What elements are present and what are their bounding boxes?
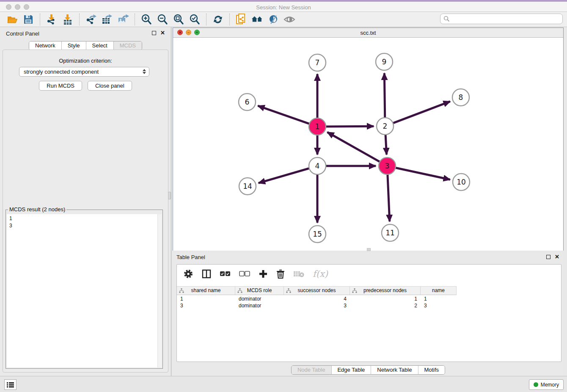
export-table-icon[interactable] (101, 14, 113, 25)
network-canvas[interactable]: 1234678910111415 (173, 38, 563, 251)
node-table: f(x) shared nameMCDS rolesuccessor nodes… (176, 264, 561, 362)
import-table-icon[interactable] (62, 14, 74, 25)
toolbar-separator (229, 14, 230, 25)
memory-button[interactable]: Memory (529, 379, 564, 390)
zoom-fit-icon[interactable] (173, 14, 184, 25)
table-settings-gear-icon[interactable] (183, 269, 193, 279)
table-row[interactable]: 1dominator411 (177, 295, 457, 302)
column-header-predecessor-nodes: predecessor nodes (363, 287, 407, 293)
edge-3-10[interactable] (391, 167, 450, 180)
run-mcds-button[interactable]: Run MCDS (39, 81, 82, 91)
cell-predecessor-nodes[interactable]: 2 (350, 302, 421, 309)
column-hierarchy-icon (237, 288, 242, 293)
edge-4-14[interactable] (259, 167, 314, 183)
node-label-4: 4 (315, 162, 320, 170)
cell-successor-nodes[interactable]: 4 (284, 295, 350, 302)
control-panel-title: Control Panel (6, 30, 39, 37)
result-line: 1 (9, 215, 159, 222)
node-label-15: 15 (313, 230, 322, 238)
show-column-panel-icon[interactable] (202, 269, 211, 279)
cell-mcds-role[interactable]: dominator (235, 295, 284, 302)
home-icon[interactable] (251, 14, 263, 25)
network-resize-handle[interactable] (367, 248, 371, 251)
edge-1-2[interactable] (321, 126, 374, 127)
unselect-all-columns-icon[interactable] (239, 271, 250, 277)
node-label-8: 8 (459, 93, 463, 102)
cell-shared-name[interactable]: 3 (177, 302, 235, 309)
dropdown-stepper-icon (143, 69, 146, 74)
result-scrollbar[interactable] (157, 214, 162, 367)
export-network-icon[interactable] (85, 14, 97, 25)
zoom-out-icon[interactable] (157, 14, 168, 25)
tab-edge-table[interactable]: Edge Table (331, 366, 371, 374)
memory-status-icon (534, 382, 538, 387)
mcds-result-text[interactable]: 13 (7, 214, 162, 367)
network-view-window: ✕ − + scc.txt 1234678910111415 (173, 28, 564, 251)
edge-3-1[interactable] (328, 132, 385, 164)
criterion-dropdown[interactable]: strongly connected component (19, 67, 149, 77)
export-image-icon[interactable] (117, 14, 129, 25)
zoom-selected-icon[interactable] (189, 14, 201, 25)
node-label-14: 14 (243, 182, 252, 190)
search-icon (443, 16, 450, 22)
close-panel-button[interactable]: Close panel (88, 81, 132, 91)
tab-network[interactable]: Network (29, 41, 62, 50)
show-graphics-details-icon[interactable] (267, 14, 279, 25)
import-network-icon[interactable] (46, 14, 58, 25)
tab-node-table[interactable]: Node Table (292, 366, 332, 374)
column-header-mcds-role: MCDS role (247, 287, 272, 293)
tab-mcds[interactable]: MCDS (114, 41, 142, 50)
cell-predecessor-nodes[interactable]: 1 (350, 295, 421, 302)
app-titlebar: Session: New Session (0, 2, 567, 12)
table-panel-title: Table Panel (176, 254, 205, 260)
cell-shared-name[interactable]: 1 (177, 295, 235, 302)
memory-label: Memory (541, 382, 559, 388)
table-row[interactable]: 3dominator323 (177, 302, 457, 309)
task-history-button[interactable] (4, 379, 17, 390)
delete-table-icon (293, 270, 304, 278)
edge-3-11[interactable] (387, 169, 389, 221)
edge-2-8[interactable] (388, 102, 450, 125)
tab-network-table[interactable]: Network Table (371, 366, 418, 374)
column-header-cell[interactable]: MCDS role (235, 287, 284, 295)
cell-successor-nodes[interactable]: 3 (284, 302, 350, 309)
column-header-cell[interactable]: predecessor nodes (350, 287, 421, 295)
network-window-titlebar[interactable]: ✕ − + scc.txt (173, 28, 563, 38)
column-header-cell[interactable]: name (421, 287, 457, 295)
zoom-in-icon[interactable] (140, 14, 152, 25)
column-header-name: name (432, 287, 445, 293)
network-window-title: scc.txt (173, 28, 563, 38)
float-panel-icon[interactable] (152, 31, 156, 35)
tab-style[interactable]: Style (62, 41, 86, 50)
edge-1-6[interactable] (258, 106, 314, 125)
save-session-icon[interactable] (22, 14, 34, 25)
cell-name[interactable]: 3 (421, 302, 457, 309)
panel-splitter-handle[interactable] (168, 192, 171, 199)
tab-select[interactable]: Select (86, 41, 114, 50)
column-header-successor-nodes: successor nodes (297, 287, 336, 293)
close-table-panel-icon[interactable]: ✕ (555, 254, 559, 259)
cell-name[interactable]: 1 (421, 295, 457, 302)
network-from-selection-icon[interactable] (235, 14, 247, 25)
app-title: Session: New Session (0, 3, 567, 12)
column-hierarchy-icon (179, 288, 184, 293)
status-bar: Memory (0, 376, 567, 392)
cell-mcds-role[interactable]: dominator (235, 302, 284, 309)
tab-motifs[interactable]: Motifs (418, 366, 445, 374)
node-label-3: 3 (385, 162, 390, 170)
mcds-panel: Optimization criterion: strongly connect… (3, 50, 168, 373)
column-header-cell[interactable]: shared name (177, 287, 235, 295)
open-session-icon[interactable] (6, 14, 18, 25)
search-input[interactable] (440, 14, 563, 24)
float-table-panel-icon[interactable] (546, 255, 550, 259)
birds-eye-view-icon[interactable] (284, 14, 295, 25)
close-panel-icon[interactable]: ✕ (160, 30, 165, 35)
toolbar-separator (40, 14, 40, 25)
node-label-9: 9 (382, 58, 387, 66)
delete-column-trash-icon[interactable] (276, 269, 285, 279)
refresh-icon[interactable] (212, 14, 224, 25)
column-header-cell[interactable]: successor nodes (284, 287, 350, 295)
select-all-columns-icon[interactable] (220, 271, 231, 277)
edge-2-9[interactable] (384, 73, 385, 123)
create-column-plus-icon[interactable] (259, 269, 268, 279)
